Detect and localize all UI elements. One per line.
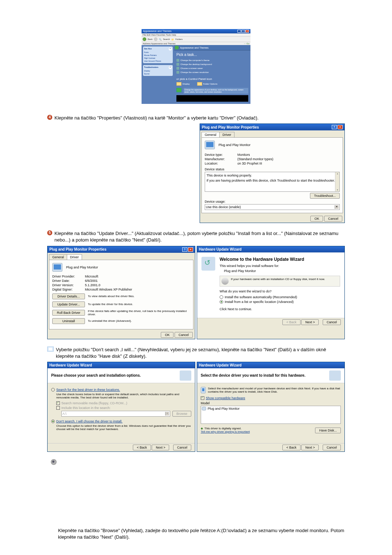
cancel-button[interactable]: Cancel — [323, 445, 341, 450]
tab-driver[interactable]: Driver — [219, 132, 234, 137]
back-label: Back — [148, 38, 152, 40]
radio-dont-search[interactable]: Don't search. I will choose the driver t… — [51, 420, 191, 423]
folder-options-icon[interactable]: Folder Options — [197, 82, 217, 86]
checkbox-include: Include this location in the search: — [56, 406, 191, 410]
scroll-down-icon[interactable]: ▾ — [335, 189, 339, 191]
model-list[interactable]: Plug and Play Monitor — [201, 406, 341, 424]
collapse-icon[interactable]: ^ — [169, 66, 172, 69]
wizard-icon — [329, 370, 341, 381]
help-icon[interactable]: ? — [182, 247, 187, 252]
forward-icon[interactable]: → — [154, 37, 158, 41]
driver-details-button[interactable]: Driver Details... — [52, 293, 85, 299]
folders-label: Folders — [175, 38, 183, 40]
cancel-button[interactable]: Cancel — [323, 319, 341, 325]
sidebar-item[interactable]: Display — [144, 70, 172, 72]
toolbar: ← Back → 🔍 Search 📁 Folders — [142, 36, 250, 42]
next-button[interactable]: Next > — [152, 445, 169, 450]
monitor-icon — [201, 387, 206, 393]
sidebar-item[interactable]: Fonts — [144, 51, 172, 53]
maximize-icon[interactable]: □ — [241, 30, 245, 33]
task-link[interactable]: Change the computer's theme — [176, 59, 248, 62]
cd-icon — [221, 278, 229, 285]
back-icon[interactable]: ← — [143, 37, 146, 41]
sidebar-item[interactable]: Mouse Pointers — [144, 54, 172, 56]
close-icon[interactable]: × — [188, 247, 193, 252]
pick-icon-heading: or pick a Control Panel icon — [176, 77, 248, 81]
folders-icon[interactable]: 📁 — [171, 38, 174, 41]
gear-icon — [51, 459, 57, 465]
collapse-icon[interactable]: ^ — [169, 48, 172, 50]
address-text: Address Appearance and Themes — [143, 42, 176, 45]
have-disk-button[interactable]: Have Disk... — [315, 428, 341, 433]
main-panel: Appearance and Themes Pick a task... Cha… — [174, 45, 250, 104]
ok-button[interactable]: OK — [310, 216, 323, 222]
cancel-button[interactable]: Cancel — [173, 445, 191, 450]
description-text: Change the appearance of your desktop, s… — [184, 88, 248, 94]
step-badge-4: 4 — [47, 115, 52, 120]
sidebar: See Also^ Fonts Mouse Pointers High Cont… — [142, 45, 174, 104]
cancel-button[interactable]: Cancel — [324, 216, 342, 222]
back-button[interactable]: < Back — [282, 445, 301, 450]
preview-strip — [176, 95, 248, 102]
sidebar-troubleshooters: Troubleshooters^ Display Sound — [143, 65, 173, 76]
scroll-up-icon[interactable]: ▴ — [335, 172, 339, 175]
close-icon[interactable]: × — [338, 125, 343, 129]
signing-link[interactable]: Tell me why driver signing is important — [201, 430, 250, 433]
tab-driver[interactable]: Driver — [67, 254, 82, 260]
next-button[interactable]: Next > — [301, 445, 319, 450]
tab-general[interactable]: General — [201, 132, 220, 137]
dialog-title: Hardware Update Wizard — [49, 363, 92, 367]
search-icon[interactable]: 🔍 — [159, 38, 162, 41]
tab-general[interactable]: General — [49, 254, 67, 260]
step-5-text: Klepněte na tlačítko "Update Driver..." … — [54, 230, 345, 243]
device-status-box: This device is working properly. If you … — [205, 172, 340, 192]
device-status-label: Device status — [205, 167, 340, 171]
cancel-button[interactable]: Cancel — [175, 332, 193, 338]
menu-bar[interactable]: File Edit View Favorites Tools Help — [142, 33, 250, 36]
device-usage-select[interactable]: Use this device (enable) ▾ — [205, 204, 340, 210]
radio-list[interactable]: Install from a list or specific location… — [220, 300, 340, 304]
rollback-driver-button[interactable]: Roll Back Driver — [52, 310, 85, 316]
signed-icon: ◆ — [201, 427, 203, 430]
troubleshoot-button[interactable]: Troubleshoot... — [310, 193, 340, 199]
dialog-title: Plug and Play Monitor Properties — [49, 247, 106, 251]
browse-button: Browse — [172, 411, 191, 417]
wizard-icon — [201, 257, 215, 271]
monitor-icon — [205, 141, 215, 149]
dialog-title: Hardware Update Wizard — [199, 247, 242, 251]
device-name: Plug and Play Monitor — [219, 143, 250, 147]
sidebar-item[interactable]: Sound — [144, 73, 172, 75]
help-icon[interactable]: ? — [332, 125, 337, 129]
next-button[interactable]: Next > — [301, 319, 319, 325]
task-link[interactable]: Change the screen resolution — [176, 71, 248, 74]
step-badge-5: 5 — [47, 230, 52, 235]
wizard-welcome-heading: Welcome to the Hardware Update Wizard — [220, 257, 340, 262]
sidebar-item[interactable]: High Contrast — [144, 57, 172, 59]
update-driver-button[interactable]: Update Driver... — [52, 301, 85, 307]
task-link[interactable]: Change the desktop background — [176, 63, 248, 66]
step-icon — [47, 347, 54, 352]
display-icon[interactable]: Display — [176, 82, 190, 86]
ok-button[interactable]: OK — [161, 332, 173, 338]
sidebar-item[interactable]: User Account Picture — [144, 60, 172, 62]
pick-task-heading: Pick a task... — [176, 53, 248, 57]
control-panel-window: Appearance and Themes _ □ × File Edit Vi… — [142, 29, 250, 104]
radio-search[interactable]: Search for the best driver in these loca… — [51, 388, 191, 392]
minimize-icon[interactable]: _ — [237, 30, 241, 33]
radio-auto[interactable]: Install the software automatically (Reco… — [220, 295, 340, 299]
uninstall-button[interactable]: Uninstall — [52, 318, 85, 324]
back-button[interactable]: < Back — [133, 445, 151, 450]
address-bar[interactable]: Address Appearance and Themes → Go — [142, 42, 250, 45]
bottom-instruction: Klepněte na tlačítko "Browse" (Vyhledat)… — [58, 527, 345, 540]
sidebar-see-also: See Also^ Fonts Mouse Pointers High Cont… — [143, 46, 173, 63]
wizard-icon — [180, 370, 191, 381]
step-4-text: Klepněte na tlačítko "Properties" (Vlast… — [54, 115, 258, 121]
device-name: Plug and Play Monitor — [66, 266, 98, 269]
checkbox-compatible[interactable]: Show compatible hardware — [201, 396, 341, 400]
go-button[interactable]: → Go — [244, 42, 249, 45]
back-button: < Back — [282, 319, 301, 325]
chevron-down-icon: ▾ — [335, 205, 339, 209]
category-icon — [175, 46, 179, 49]
close-icon[interactable]: × — [245, 30, 249, 33]
task-link[interactable]: Choose a screen saver — [176, 67, 248, 70]
